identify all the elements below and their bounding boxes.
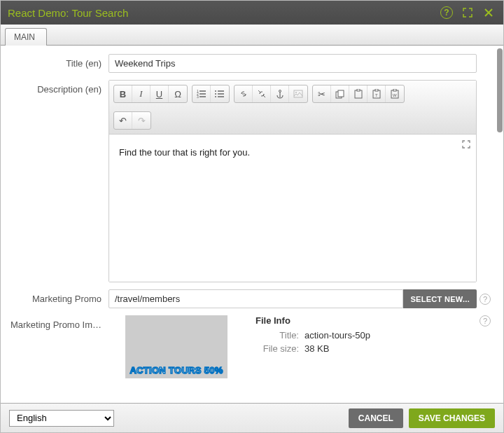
rte-toolbar: B I U Ω 123: [109, 81, 476, 135]
file-info-heading: File Info: [255, 315, 370, 326]
link-button[interactable]: [234, 85, 253, 102]
italic-button[interactable]: I: [132, 85, 150, 102]
bold-button[interactable]: B: [114, 85, 132, 102]
help-icon[interactable]: ?: [479, 294, 491, 305]
unlink-button[interactable]: [253, 85, 271, 102]
label-marketing-promo-image: Marketing Promo Im…: [4, 315, 108, 378]
svg-rect-11: [355, 90, 362, 98]
image-button[interactable]: [289, 85, 307, 102]
titlebar: React Demo: Tour Search ?: [1, 1, 503, 25]
unordered-list-button[interactable]: [211, 85, 229, 102]
help-icon[interactable]: ?: [439, 5, 454, 20]
marketing-promo-input[interactable]: [108, 289, 403, 308]
label-marketing-promo: Marketing Promo: [4, 289, 108, 308]
save-changes-button[interactable]: SAVE CHANGES: [409, 408, 495, 428]
svg-text:3: 3: [197, 95, 199, 98]
svg-point-5: [215, 96, 216, 97]
svg-point-8: [295, 92, 297, 93]
scrollbar[interactable]: [496, 46, 503, 403]
ordered-list-button[interactable]: 123: [192, 85, 211, 102]
cancel-button[interactable]: CANCEL: [349, 408, 403, 428]
file-info-title-value: action-tours-50p: [304, 330, 370, 341]
copy-button[interactable]: [331, 85, 349, 102]
scrollbar-thumb[interactable]: [497, 48, 503, 132]
footer: English CANCEL SAVE CHANGES: [1, 403, 503, 432]
svg-rect-12: [357, 89, 360, 91]
close-icon[interactable]: [481, 5, 496, 20]
select-new-button[interactable]: SELECT NEW...: [403, 289, 477, 308]
special-char-button[interactable]: Ω: [169, 85, 187, 102]
label-title: Title (en): [4, 54, 108, 73]
svg-text:W: W: [393, 93, 397, 97]
svg-rect-17: [393, 89, 396, 91]
svg-rect-14: [375, 89, 378, 91]
undo-button[interactable]: ↶: [114, 112, 132, 129]
redo-button[interactable]: ↷: [132, 112, 150, 129]
expand-window-icon[interactable]: [460, 5, 475, 20]
dialog-window: React Demo: Tour Search ? MAIN Title (en…: [0, 0, 504, 433]
paste-word-button[interactable]: W: [386, 85, 404, 102]
tab-main[interactable]: MAIN: [5, 28, 47, 46]
content-area: Title (en) Description (en) B I U Ω: [1, 46, 496, 403]
underline-button[interactable]: U: [150, 85, 169, 102]
paste-text-button[interactable]: T: [368, 85, 386, 102]
description-editor[interactable]: Find the tour that is right for you.: [109, 135, 476, 282]
anchor-button[interactable]: [271, 85, 289, 102]
file-info-size-label: File size:: [255, 343, 304, 354]
tabstrip: MAIN: [1, 25, 503, 46]
title-input[interactable]: [108, 54, 477, 73]
svg-point-4: [215, 93, 216, 95]
file-info-size-value: 38 KB: [304, 343, 329, 354]
thumbnail-caption: ACTION TOURS 50%: [130, 365, 223, 376]
richtext-editor: B I U Ω 123: [108, 80, 477, 282]
promo-image-thumbnail[interactable]: ACTION TOURS 50%: [125, 315, 227, 378]
svg-text:T: T: [375, 93, 378, 97]
svg-point-3: [215, 90, 216, 92]
svg-rect-10: [338, 90, 344, 97]
label-description: Description (en): [4, 80, 108, 282]
cut-button[interactable]: ✂: [313, 85, 331, 102]
help-icon[interactable]: ?: [479, 315, 491, 327]
file-info-title-label: Title:: [255, 330, 304, 341]
editor-expand-icon[interactable]: [462, 139, 472, 149]
paste-button[interactable]: [349, 85, 368, 102]
file-info: File Info Title: action-tours-50p File s…: [255, 315, 370, 378]
language-select[interactable]: English: [9, 410, 114, 427]
window-title: React Demo: Tour Search: [8, 7, 128, 19]
